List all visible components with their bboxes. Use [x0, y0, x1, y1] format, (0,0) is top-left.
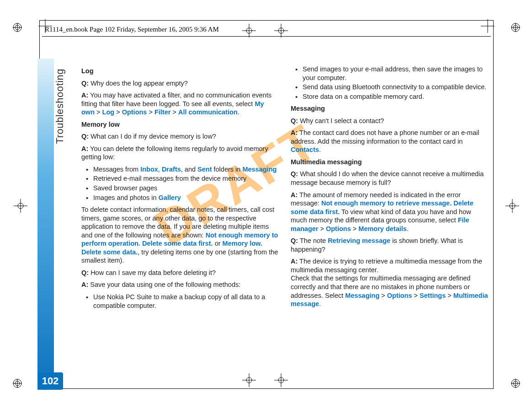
bullet-item: Images and photos in Gallery	[81, 194, 279, 202]
q-prefix: Q:	[81, 269, 89, 276]
svg-point-12	[511, 379, 520, 387]
svg-point-8	[13, 379, 21, 387]
ui-retrieving-message: Retrieving message	[328, 237, 390, 244]
svg-point-5	[513, 25, 518, 30]
svg-point-13	[513, 381, 518, 386]
side-tab-gradient	[37, 59, 54, 390]
crop-mark-icon	[242, 373, 256, 387]
q-text: Why does the log appear empty?	[89, 80, 188, 87]
bullet-item: Retrieved e-mail messages from the devic…	[81, 174, 279, 183]
memory-bullets: Messages from Inbox, Drafts, and Sent fo…	[81, 165, 279, 202]
page-content: Log Q: Why does the log appear empty? A:…	[81, 65, 488, 367]
bullet-item: Messages from Inbox, Drafts, and Sent fo…	[81, 165, 279, 174]
svg-point-24	[18, 203, 23, 209]
bullet-item: Send images to your e-mail address, then…	[291, 65, 488, 82]
registration-mark-icon	[13, 23, 22, 32]
q-mms2: Q: The note Retrieving message is shown …	[291, 237, 488, 253]
a-text: Save your data using one of the followin…	[88, 281, 240, 288]
q-memory: Q: What can I do if my device memory is …	[81, 132, 279, 141]
a-prefix: A:	[81, 281, 88, 288]
right-column: Send images to your e-mail address, then…	[291, 65, 488, 367]
a-save: A: Save your data using one of the follo…	[81, 280, 279, 289]
save-bullets-right: Send images to your e-mail address, then…	[291, 65, 488, 101]
q-log: Q: Why does the log appear empty?	[81, 79, 279, 88]
heading-mms: Multimedia messaging	[291, 158, 488, 167]
svg-point-9	[15, 381, 20, 386]
a-mms2: A: The device is trying to retrieve a mu…	[291, 257, 488, 308]
ui-messaging: Messaging	[345, 292, 379, 299]
registration-mark-icon	[13, 379, 22, 388]
ui-options: Options	[122, 108, 147, 116]
page-header: R1114_en.book Page 102 Friday, September…	[42, 23, 491, 37]
ui-all-communication: All communication	[178, 108, 238, 116]
q-text: What can I do if my device memory is low…	[89, 133, 216, 140]
a-prefix: A:	[81, 145, 88, 152]
heading-memory-low: Memory low	[81, 120, 279, 129]
heading-messaging: Messaging	[291, 104, 488, 113]
q-prefix: Q:	[291, 117, 298, 124]
q-contact: Q: Why can't I select a contact?	[291, 117, 488, 125]
ui-options: Options	[387, 292, 412, 299]
ui-contacts: Contacts	[291, 146, 319, 153]
left-column: Log Q: Why does the log appear empty? A:…	[81, 65, 279, 367]
svg-point-4	[511, 23, 520, 32]
a-log: A: You may have activated a filter, and …	[81, 91, 279, 117]
svg-point-30	[246, 377, 252, 383]
a-text: You can delete the following items regul…	[81, 145, 268, 161]
page-number: 102	[37, 372, 63, 390]
registration-mark-icon	[511, 379, 520, 388]
bullet-item: Send data using Bluetooth connectivity t…	[291, 83, 488, 91]
ui-messaging: Messaging	[242, 166, 277, 173]
q-text: Why can't I select a contact?	[298, 117, 384, 124]
a-memory: A: You can delete the following items re…	[81, 145, 279, 161]
ui-gallery: Gallery	[159, 194, 181, 201]
ui-filter: Filter	[154, 108, 170, 116]
q-text: What should I do when the device cannot …	[291, 170, 484, 186]
section-side-label: Troubleshooting	[54, 69, 66, 144]
q-prefix: Q:	[81, 80, 89, 87]
a-mms1: A: The amount of memory needed is indica…	[291, 191, 488, 233]
ui-log: Log	[102, 108, 115, 116]
ui-settings: Settings	[420, 292, 446, 299]
ui-options: Options	[326, 225, 351, 232]
bullet-item: Use Nokia PC Suite to make a backup copy…	[81, 293, 279, 310]
crop-mark-icon	[14, 199, 27, 213]
a-contact: A: The contact card does not have a phon…	[291, 129, 488, 154]
q-mms1: Q: What should I do when the device cann…	[291, 170, 488, 187]
a-prefix: A:	[291, 129, 298, 136]
bullet-item: Saved browser pages	[81, 184, 279, 193]
ui-memory-details: Memory details	[358, 225, 407, 232]
crop-mark-icon	[274, 373, 288, 387]
save-bullets-left: Use Nokia PC Suite to make a backup copy…	[81, 293, 279, 310]
bullet-item: Store data on a compatible memory card.	[291, 92, 488, 101]
registration-mark-icon	[511, 23, 520, 32]
a-prefix: A:	[291, 258, 298, 265]
svg-point-0	[13, 23, 21, 32]
ui-inbox: Inbox	[140, 166, 158, 173]
ui-sent: Sent	[197, 166, 212, 173]
svg-point-27	[510, 203, 515, 209]
q-save: Q: How can I save my data before deletin…	[81, 269, 279, 277]
crop-mark-icon	[505, 199, 519, 213]
header-text: R1114_en.book Page 102 Friday, September…	[45, 26, 219, 33]
heading-log: Log	[81, 67, 279, 75]
q-prefix: Q:	[81, 133, 89, 140]
ui-drafts: Drafts	[162, 166, 181, 173]
a-prefix: A:	[291, 191, 298, 199]
a-prefix: A:	[81, 91, 88, 99]
para-delete: To delete contact information, calendar …	[81, 205, 279, 265]
q-text: How can I save my data before deleting i…	[89, 269, 216, 276]
svg-point-1	[15, 25, 20, 30]
svg-point-33	[278, 377, 284, 383]
q-prefix: Q:	[291, 170, 298, 178]
q-prefix: Q:	[291, 237, 298, 244]
a-log-pre: You may have activated a filter, and no …	[81, 91, 271, 108]
